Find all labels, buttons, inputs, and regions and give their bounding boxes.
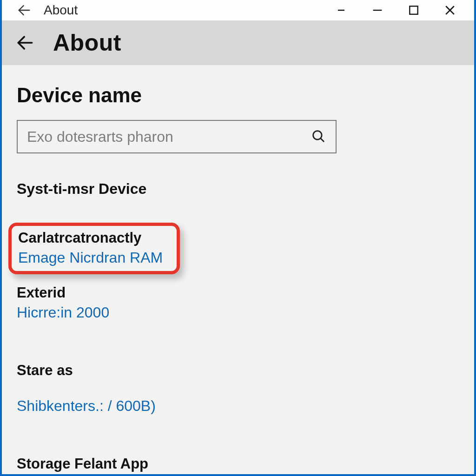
minimize-icon: [336, 5, 347, 16]
back-arrow-icon: [15, 33, 35, 53]
maximize-button[interactable]: [403, 0, 424, 20]
spec-value-link[interactable]: Shibkenters.: / 600B): [17, 397, 459, 415]
svg-rect-3: [410, 6, 417, 14]
page-title: About: [53, 29, 121, 56]
spec-label: Stare as: [17, 362, 459, 379]
search-input[interactable]: [27, 128, 311, 145]
close-button[interactable]: [440, 0, 460, 20]
minimize-icon: [371, 4, 384, 17]
maximize-icon: [408, 4, 420, 16]
header-back-button[interactable]: [15, 33, 35, 53]
highlighted-spec: Carlatrcatronactly Emage Nicrdran RAM: [8, 223, 180, 274]
spec-block: Exterid Hicrre:in 2000: [17, 284, 459, 321]
content-area: Device name Syst-ti-msr Device Carlatrca…: [2, 65, 474, 476]
spec-label: Carlatrcatronactly: [18, 230, 163, 246]
window-controls: [331, 0, 469, 20]
spec-label: Storage Felant App: [17, 456, 459, 472]
minimize-extra-button[interactable]: [331, 0, 351, 20]
spec-value-link[interactable]: Emage Nicrdran RAM: [18, 249, 163, 266]
back-arrow-icon: [16, 2, 32, 18]
system-device-heading: Syst-ti-msr Device: [17, 180, 459, 198]
device-name-heading: Device name: [17, 84, 459, 107]
page-header: About: [2, 20, 474, 65]
titlebar-back-button[interactable]: [15, 1, 33, 20]
close-icon: [443, 3, 457, 17]
titlebar-title: About: [44, 3, 78, 18]
spec-value-link[interactable]: Hicrre:in 2000: [17, 304, 459, 321]
spec-block: Storage Felant App Miobill and Contentio…: [17, 456, 459, 476]
spec-label: Exterid: [17, 284, 459, 301]
svg-line-8: [321, 139, 324, 142]
spec-block: Stare as Shibkenters.: / 600B): [17, 362, 459, 415]
minimize-button[interactable]: [367, 0, 388, 20]
search-box[interactable]: [17, 120, 337, 153]
titlebar: About: [2, 0, 474, 20]
search-icon: [311, 128, 327, 145]
